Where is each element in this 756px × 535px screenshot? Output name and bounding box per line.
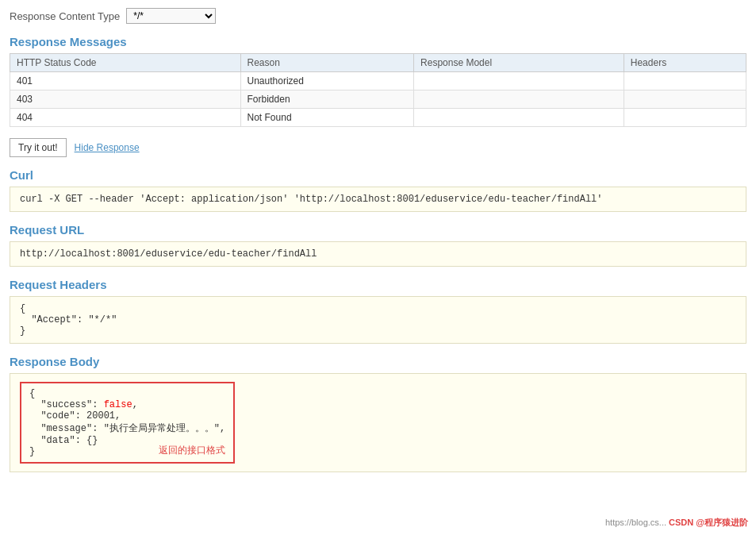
table-cell-model [414,90,624,109]
response-content-type-select[interactable]: */* application/json [126,8,216,24]
request-headers-title: Request Headers [10,278,746,291]
response-body-title: Response Body [10,355,746,368]
request-url-section: Request URL http://localhost:8001/eduser… [10,223,746,267]
response-body-section: Response Body { "success": false, "code"… [10,355,746,472]
table-cell-model [414,72,624,90]
request-headers-value: { "Accept": "*/*" } [10,296,746,344]
col-header-model: Response Model [414,54,624,72]
request-headers-section: Request Headers { "Accept": "*/*" } [10,278,746,344]
hide-response-link[interactable]: Hide Response [75,142,140,153]
table-cell-headers [624,72,746,90]
request-url-title: Request URL [10,223,746,237]
table-row: 404Not Found [10,109,746,127]
table-cell-headers [624,109,746,127]
table-cell-model [414,109,624,127]
table-cell-code: 401 [10,72,241,90]
response-body-box: { "success": false, "code": 20001, "mess… [10,373,746,472]
table-row: 403Forbidden [10,90,746,109]
table-cell-code: 403 [10,90,241,109]
curl-title: Curl [10,168,746,182]
response-content-type-label: Response Content Type [10,10,120,22]
table-cell-reason: Not Found [240,109,414,127]
curl-section: Curl curl -X GET --header 'Accept: appli… [10,168,746,212]
response-messages-table: HTTP Status Code Reason Response Model H… [10,53,746,127]
response-messages-section: Response Messages HTTP Status Code Reaso… [10,35,746,127]
response-body-inner: { "success": false, "code": 20001, "mess… [20,382,235,464]
response-messages-title: Response Messages [10,35,746,48]
table-cell-reason: Unauthorized [240,72,414,90]
col-header-reason: Reason [240,54,414,72]
table-row: 401Unauthorized [10,72,746,90]
try-it-section: Try it out! Hide Response [10,138,746,157]
curl-value: curl -X GET --header 'Accept: applicatio… [10,187,746,212]
try-it-button[interactable]: Try it out! [10,138,67,157]
response-content-type-row: Response Content Type */* application/js… [10,8,746,24]
table-cell-reason: Forbidden [240,90,414,109]
request-url-value: http://localhost:8001/eduservice/edu-tea… [10,241,746,267]
col-header-status: HTTP Status Code [10,54,241,72]
table-cell-code: 404 [10,109,241,127]
table-cell-headers [624,90,746,109]
annotation-label: 返回的接口格式 [159,444,225,457]
col-header-headers: Headers [624,54,746,72]
